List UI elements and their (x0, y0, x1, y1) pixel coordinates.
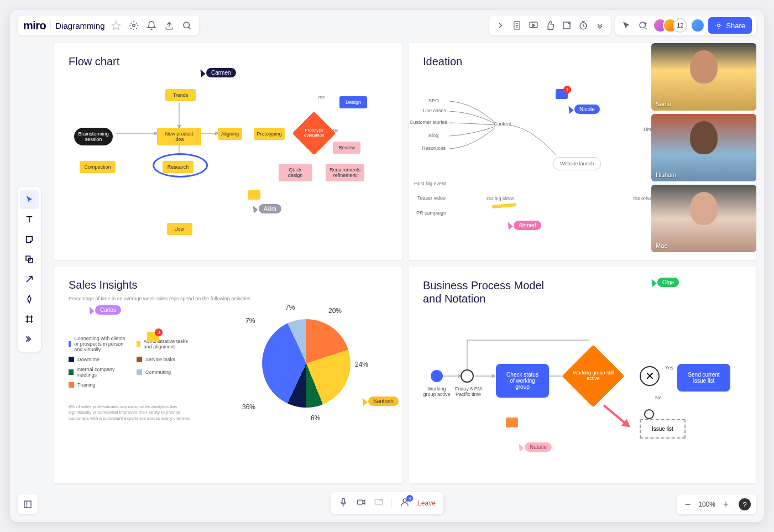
cursor-santosh: Santosh (360, 397, 399, 406)
chevron-right-icon[interactable] (494, 19, 507, 32)
node-requirements[interactable]: Requirements refinement (326, 164, 364, 181)
mind-connectors (423, 72, 589, 155)
screenshare-icon[interactable] (374, 497, 384, 509)
bpmn-start[interactable] (431, 370, 443, 382)
camera-icon[interactable] (356, 497, 366, 509)
zoom-out-button[interactable]: − (683, 499, 693, 510)
share-button[interactable]: Share (708, 17, 752, 34)
frame-tool[interactable] (20, 310, 39, 328)
arrow-tool[interactable] (20, 270, 39, 289)
svg-point-2 (184, 22, 190, 28)
presentation-icon[interactable] (527, 19, 540, 32)
logo[interactable]: miro (23, 19, 46, 32)
bpmn-send[interactable]: Send current issue list (677, 364, 730, 392)
frame-sales[interactable]: Sales Insights Percentage of time in an … (54, 267, 402, 483)
bpmn-timer[interactable] (461, 369, 474, 383)
reactions-icon[interactable] (636, 19, 650, 32)
svg-rect-36 (24, 501, 31, 508)
leaf-resources[interactable]: Resoruces (422, 145, 446, 151)
video-tile[interactable]: Mae (651, 185, 756, 252)
embed-icon[interactable] (560, 19, 573, 32)
leaf-usecases[interactable]: Use cases (423, 108, 446, 113)
frame-subtitle: Percentage of time in an average week sa… (69, 296, 388, 301)
frame-title: Flow chart (69, 55, 388, 68)
avatar[interactable] (691, 18, 705, 33)
minimap-toggle[interactable] (18, 494, 38, 514)
node-evaluation[interactable]: Prototype evaluation (292, 111, 336, 155)
help-button[interactable]: ? (739, 498, 751, 510)
comment-icon[interactable] (506, 418, 518, 427)
comment-icon[interactable]: 1 (556, 89, 568, 99)
cursor-icon[interactable] (620, 19, 633, 32)
node-trends[interactable]: Trends (165, 89, 196, 101)
comment-icon[interactable]: 3 (147, 332, 159, 342)
leaf-pr[interactable]: PR campaign (416, 210, 446, 216)
bpmn-check[interactable]: Check status of working group (496, 364, 549, 398)
export-icon[interactable] (163, 19, 176, 32)
legend-item: Administrative tasks and alignment (137, 336, 196, 352)
star-icon[interactable] (109, 19, 123, 32)
pen-tool[interactable] (20, 290, 39, 309)
avatar-stack[interactable]: 12 (653, 18, 705, 33)
video-tile[interactable]: Sadie (651, 43, 756, 111)
label-yes: Yes (317, 95, 325, 100)
bpmn-gateway[interactable]: Working group still active (562, 345, 624, 407)
zoom-value[interactable]: 100% (698, 500, 715, 508)
mind-center[interactable]: Website launch (553, 157, 601, 170)
settings-icon[interactable] (127, 19, 140, 32)
node-quick-design[interactable]: Quick design (279, 164, 312, 181)
sticky-tool[interactable] (20, 230, 39, 249)
select-tool[interactable] (20, 190, 39, 209)
pie-chart[interactable]: 20% 24% 6% 36% 7% 7% Santosh (251, 308, 362, 419)
leaf-hostbig[interactable]: Host big event (414, 181, 446, 186)
more-icon[interactable] (593, 19, 606, 32)
legend-item: Service tasks (137, 357, 196, 362)
video-panel[interactable]: Sadie Hisham Mae (651, 43, 756, 252)
zoom-in-button[interactable]: + (721, 499, 731, 510)
node-aligning[interactable]: Aligning (218, 128, 242, 140)
cursor-olga: Olga (650, 278, 679, 287)
node-new-product[interactable]: New product idea (157, 128, 201, 145)
legend-item: Commuting (137, 367, 196, 378)
leave-button[interactable]: Leave (417, 499, 436, 507)
board-title[interactable]: Diagramming (55, 21, 104, 30)
leaf-seo[interactable]: SEO (428, 98, 439, 103)
node-design[interactable]: Design (339, 96, 367, 108)
node-competition[interactable]: Competition (80, 161, 116, 173)
comment-icon[interactable] (248, 190, 260, 200)
frame-bpmn[interactable]: Business Process Model and Notation Olga… (409, 267, 756, 483)
leaf-teaser[interactable]: Teaser video (417, 195, 446, 201)
node-review[interactable]: Review (333, 142, 360, 154)
frame-flowchart[interactable]: Flow chart Tr (54, 43, 402, 260)
mind-content[interactable]: Content (494, 121, 511, 127)
more-tools[interactable] (20, 330, 39, 348)
divider (391, 498, 392, 508)
text-tool[interactable] (20, 210, 39, 229)
node-prototyping[interactable]: Prototyping (254, 128, 285, 140)
mic-icon[interactable] (338, 497, 348, 509)
bpmn-or-gate[interactable]: ✕ (640, 366, 660, 386)
bell-icon[interactable] (145, 19, 158, 32)
svg-point-7 (640, 22, 646, 28)
leaf-stories[interactable]: Customer stories (410, 119, 447, 125)
bpmn-issue-list[interactable]: Issue list (640, 419, 686, 439)
invite-icon[interactable]: 4 (400, 497, 410, 509)
bpmn-end[interactable] (644, 409, 654, 419)
timer-icon[interactable] (577, 19, 590, 32)
mind-gobig[interactable]: Go big ideas (487, 196, 515, 201)
collab-group: 12 Share (615, 15, 756, 35)
toolbar-actions (489, 15, 611, 35)
node-brainstorm[interactable]: Brainstorming session (74, 128, 113, 145)
annotation-arrow (603, 404, 630, 427)
video-tile[interactable]: Hisham (651, 114, 756, 181)
avatar-count[interactable]: 12 (673, 18, 687, 33)
svg-point-35 (403, 499, 406, 502)
node-user[interactable]: User (167, 223, 192, 235)
leaf-blog[interactable]: Blog (428, 133, 438, 138)
shape-tool[interactable] (20, 250, 39, 269)
svg-rect-33 (357, 500, 363, 504)
label-no: No (333, 128, 338, 133)
notes-icon[interactable] (510, 19, 524, 32)
search-icon[interactable] (180, 19, 194, 32)
thumbs-up-icon[interactable] (543, 19, 557, 32)
